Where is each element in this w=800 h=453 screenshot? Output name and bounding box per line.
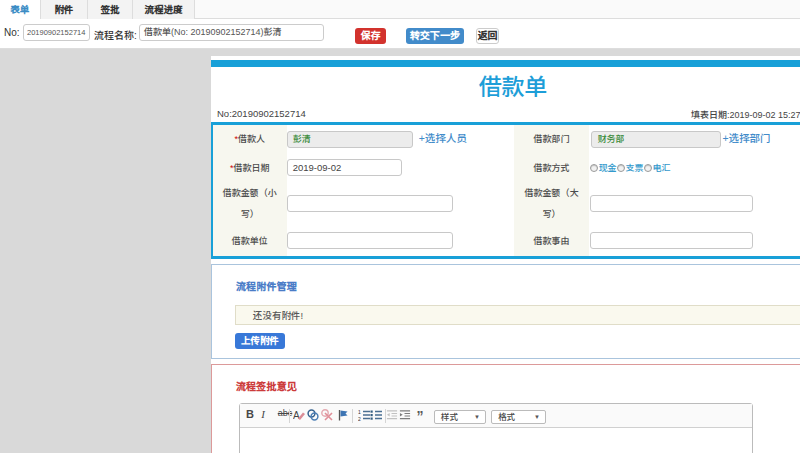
svg-text:1: 1 — [358, 409, 361, 415]
svg-text:A: A — [293, 410, 300, 421]
svg-text:2: 2 — [358, 416, 361, 422]
